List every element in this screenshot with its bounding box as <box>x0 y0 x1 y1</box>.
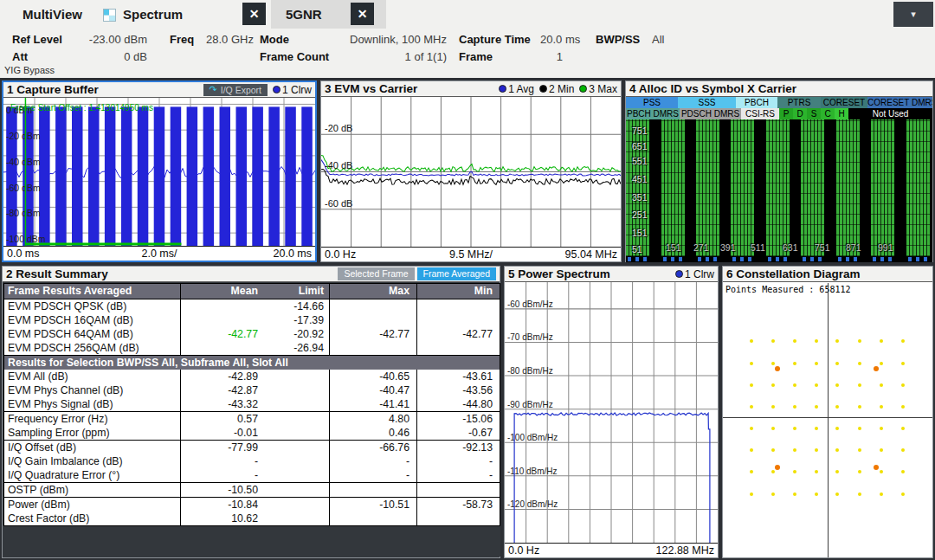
capture-time-value[interactable]: 20.0 ms <box>540 33 580 46</box>
tab-frame-averaged[interactable]: Frame Averaged <box>417 267 496 280</box>
alloc-y-label: 51 <box>632 244 642 254</box>
capture-buffer-chart[interactable]: 0 dBm-20 dBm-40 dBm-60 dBm-80 dBm-100 dB… <box>3 98 315 246</box>
constellation-point <box>835 362 839 365</box>
alloc-y-label: 351 <box>632 192 648 203</box>
close-5gnr-tab-button[interactable]: ✕ <box>351 3 374 25</box>
tab-spectrum[interactable]: Spectrum <box>123 0 183 29</box>
capture-buffer-title-bar: 1 Capture Buffer ↷ I/Q Export 1 Clrw <box>3 82 315 98</box>
constellation-point <box>858 383 861 387</box>
trace-1-clrw-chip[interactable]: 1 Clrw <box>273 84 312 96</box>
panel-capture-buffer[interactable]: 1 Capture Buffer ↷ I/Q Export 1 Clrw 0 d… <box>2 80 317 262</box>
panel-power-spectrum[interactable]: 5 Power Spectrum 1 Clrw -60 dBm/Hz-70 dB… <box>504 266 719 558</box>
alloc-bottom-mark <box>698 257 701 261</box>
frame-value[interactable]: 1 <box>485 50 563 63</box>
legend-item-pdsch-dmrs: PDSCH DMRS <box>680 108 741 119</box>
alloc-bottom-mark <box>706 257 709 261</box>
x-axis-start: 0.0 Hz <box>325 248 356 261</box>
constellation-point <box>858 470 861 473</box>
alloc-bottom-mark <box>888 257 892 261</box>
legend-item-coreset: CORESET <box>821 97 867 108</box>
power-spectrum-chart[interactable]: -60 dBm/Hz-70 dBm/Hz-80 dBm/Hz-90 dBm/Hz… <box>505 282 718 543</box>
panel-evm-vs-carrier[interactable]: 3 EVM vs Carrier 1 Avg 2 Min 3 Max -20 d… <box>320 80 622 262</box>
table-row: I/Q Offset (dB)-77.99-66.76-92.13 <box>4 440 500 454</box>
trace-1-avg-chip[interactable]: 1 Avg <box>499 83 534 95</box>
table-row: I/Q Quadrature Error (°)--- <box>4 468 500 482</box>
multiview-grid-icon[interactable] <box>103 9 116 22</box>
svg-text:-20 dBm: -20 dBm <box>6 131 41 141</box>
alloc-legend-row-2: PBCH DMRSPDSCH DMRSCSI-RSPDSCHNot Used <box>626 108 932 119</box>
constellation-point <box>835 339 839 343</box>
svg-text:-40 dBm: -40 dBm <box>6 157 41 167</box>
constellation-point <box>815 427 818 430</box>
constellation-point <box>771 427 775 430</box>
alloc-x-label: 871 <box>846 242 861 253</box>
svg-text:-100 dBm/Hz: -100 dBm/Hz <box>507 433 558 442</box>
constellation-point <box>901 448 905 452</box>
alloc-bottom-mark <box>908 257 912 261</box>
freq-value[interactable]: 28.0 GHz <box>206 33 254 46</box>
legend-item-c: C <box>821 108 835 119</box>
alloc-x-label: 751 <box>815 242 830 253</box>
alloc-column-group <box>696 119 719 256</box>
constellation-point <box>858 405 861 409</box>
constellation-highlight-point <box>874 366 879 371</box>
trace-1-clrw-chip[interactable]: 1 Clrw <box>675 268 714 280</box>
constellation-point <box>815 448 818 452</box>
tab-5gnr[interactable]: 5GNR ✕ <box>271 0 386 29</box>
alloc-bottom-mark <box>748 257 751 261</box>
ref-level-value[interactable]: -23.00 dBm <box>73 33 147 46</box>
trace-3-max-chip[interactable]: 3 Max <box>579 83 617 95</box>
frame-count-value[interactable]: 1 of 1(1) <box>343 50 447 63</box>
x-axis-end: 122.88 MHz <box>656 544 714 557</box>
x-axis-per-div: 9.5 MHz/ <box>449 248 493 261</box>
tab-selected-frame[interactable]: Selected Frame <box>338 267 414 280</box>
att-value[interactable]: 0 dB <box>73 50 147 63</box>
constellation-point <box>835 448 839 452</box>
bwpss-label: BWP/SS <box>596 33 640 46</box>
alloc-column-group <box>801 119 824 256</box>
window-menu-button[interactable]: ▾ <box>893 2 933 27</box>
alloc-bottom-mark <box>854 257 857 261</box>
alloc-x-label: 271 <box>693 242 709 253</box>
chevron-down-icon: ▾ <box>911 9 916 20</box>
constellation-chart[interactable]: Points Measured : 658112 <box>723 283 932 557</box>
alloc-id-chart[interactable]: 7516515514513512511515115127139151163175… <box>626 119 932 262</box>
constellation-highlight-point <box>775 465 780 470</box>
legend-item-not-used: Not Used <box>848 108 932 119</box>
svg-text:-80 dBm: -80 dBm <box>6 208 41 218</box>
alloc-column-group <box>906 119 930 256</box>
att-label: Att <box>12 50 28 63</box>
constellation-point <box>880 339 883 343</box>
constellation-point <box>880 362 883 365</box>
panel-result-summary[interactable]: 2 Result Summary Selected Frame Frame Av… <box>2 266 500 558</box>
constellation-point <box>793 405 796 409</box>
mode-value[interactable]: Downlink, 100 MHz <box>343 33 447 46</box>
panel-title: 2 Result Summary <box>6 267 108 280</box>
yig-bypass-label: YIG Bypass <box>4 65 55 75</box>
alloc-bottom-mark <box>803 257 806 261</box>
svg-text:-120 dBm/Hz: -120 dBm/Hz <box>507 499 558 509</box>
constellation-point <box>771 492 775 496</box>
constellation-point <box>750 339 753 343</box>
capture-time-label: Capture Time <box>459 33 531 46</box>
multiview-button[interactable]: MultiView <box>23 0 82 29</box>
panel-constellation[interactable]: 6 Constellation Diagram Points Measured … <box>722 266 933 558</box>
trace-dot-icon <box>499 85 506 93</box>
trace-2-min-chip[interactable]: 2 Min <box>539 83 574 95</box>
alloc-x-label: 511 <box>751 242 765 253</box>
panel-alloc-id[interactable]: 4 Alloc ID vs Symbol X Carrier PSSSSSPBC… <box>625 80 933 262</box>
alloc-bottom-mark <box>880 257 884 261</box>
close-spectrum-tab-button[interactable]: ✕ <box>242 3 266 25</box>
alloc-bottom-mark <box>740 257 744 261</box>
bwpss-value[interactable]: All <box>652 33 664 46</box>
legend-item-ptrs: PTRS <box>777 97 821 108</box>
evm-vs-carrier-chart[interactable]: -20 dB-40 dB-60 dB <box>321 97 621 247</box>
constellation-point <box>771 383 775 387</box>
constellation-point <box>793 448 796 452</box>
iq-export-button[interactable]: ↷ I/Q Export <box>203 84 268 96</box>
constellation-point <box>880 492 883 496</box>
constellation-point <box>880 383 883 387</box>
alloc-bottom-mark <box>732 257 736 261</box>
table-row: EVM PDSCH 256QAM (dB)-26.94 <box>4 341 500 355</box>
alloc-bottom-mark <box>810 257 814 261</box>
